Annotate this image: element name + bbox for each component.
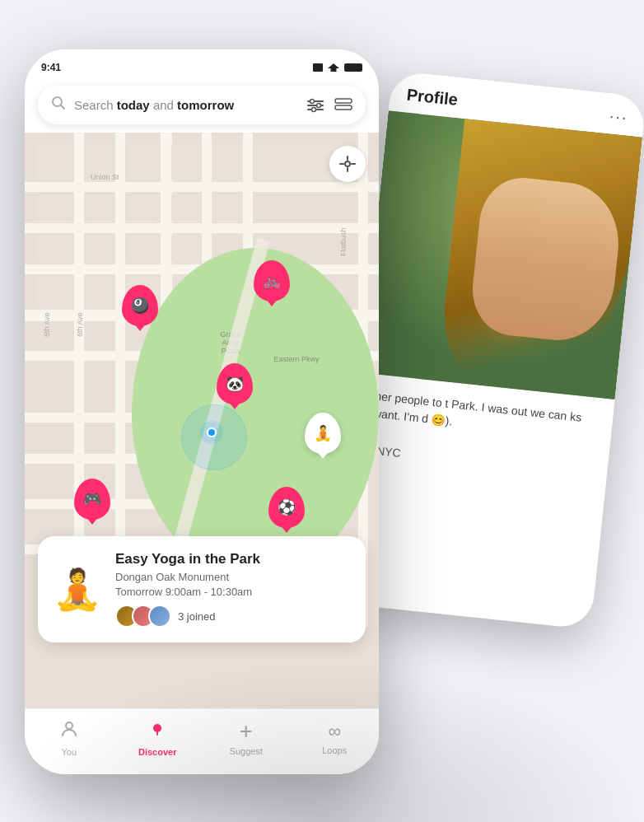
search-actions	[306, 96, 352, 114]
search-tomorrow: tomorrow	[177, 98, 234, 112]
svg-rect-32	[86, 236, 114, 263]
filter-button[interactable]	[306, 96, 324, 114]
nav-loops[interactable]: ∞ Loops	[310, 721, 359, 755]
event-time: Tomorrow 9:00am - 10:30am	[115, 586, 351, 598]
loops-icon: ∞	[328, 721, 341, 742]
search-text: Search today and tomorrow	[74, 98, 298, 112]
search-today: today	[117, 98, 150, 112]
svg-rect-27	[36, 144, 72, 180]
more-options-button[interactable]: ···	[609, 106, 629, 127]
phone-back: Profile ··· her people to t Park. I was …	[337, 71, 644, 630]
svg-rect-29	[36, 194, 72, 222]
svg-point-6	[317, 103, 321, 107]
nav-discover[interactable]: Discover	[133, 719, 182, 757]
pin-bicycle[interactable]: 🚲	[254, 260, 290, 301]
svg-rect-8	[335, 99, 352, 103]
nav-discover-label: Discover	[138, 747, 176, 757]
suggest-icon: +	[240, 720, 253, 743]
svg-rect-31	[36, 236, 72, 263]
search-bar[interactable]: Search today and tomorrow	[38, 86, 366, 124]
svg-rect-41	[171, 236, 200, 263]
pin-soccer[interactable]: ⚽	[268, 487, 305, 528]
event-card[interactable]: 🧘 Easy Yoga in the Park Dongan Oak Monum…	[38, 536, 366, 642]
svg-rect-40	[171, 194, 200, 222]
svg-rect-30	[86, 194, 114, 222]
attendee-avatars	[115, 605, 171, 628]
pin-billiard[interactable]: 🎱	[122, 285, 158, 326]
status-time: 9:41	[41, 62, 61, 73]
list-view-button[interactable]	[334, 96, 352, 114]
location-button[interactable]	[329, 146, 366, 182]
event-attendees: 3 joined	[115, 605, 351, 628]
svg-point-55	[345, 161, 350, 166]
nav-loops-label: Loops	[322, 745, 347, 755]
svg-text:Union St: Union St	[91, 173, 119, 181]
profile-title: Profile	[406, 86, 459, 110]
profile-bio-text: her people to t Park. I was out we can k…	[372, 388, 597, 446]
wifi-icon	[328, 63, 339, 72]
svg-text:6th Ave: 6th Ave	[76, 312, 84, 337]
phone-front: 9:41 Search today and tomorrow	[25, 49, 379, 774]
user-location-dot	[204, 425, 219, 440]
scene: Profile ··· her people to t Park. I was …	[0, 0, 644, 822]
svg-rect-34	[86, 277, 114, 308]
svg-rect-35	[128, 144, 159, 180]
event-emoji: 🧘	[53, 567, 102, 613]
svg-text:Eastern Pkwy: Eastern Pkwy	[273, 355, 320, 363]
nav-you[interactable]: You	[44, 719, 94, 757]
svg-rect-42	[213, 144, 241, 180]
pin-panda[interactable]: 🐼	[217, 363, 253, 404]
attendee-avatar-3	[148, 605, 171, 628]
map-area[interactable]: Grand Army Plaza Eastern Pkwy Union St 5…	[25, 133, 379, 708]
svg-rect-36	[128, 194, 159, 222]
svg-point-60	[66, 722, 72, 729]
svg-rect-43	[213, 194, 241, 222]
svg-rect-37	[128, 236, 159, 263]
event-info: Easy Yoga in the Park Dongan Oak Monumen…	[115, 551, 351, 628]
svg-point-5	[310, 99, 315, 103]
status-bar: 9:41	[25, 49, 379, 86]
svg-line-1	[61, 105, 65, 110]
signal-icon	[313, 63, 323, 72]
event-location: Dongan Oak Monument	[115, 571, 351, 583]
pin-yoga[interactable]: 🧘	[305, 413, 341, 454]
svg-text:5th Ave: 5th Ave	[43, 312, 51, 337]
status-icons	[313, 63, 362, 72]
search-icon	[51, 96, 66, 114]
event-title: Easy Yoga in the Park	[115, 551, 351, 567]
attendee-count: 3 joined	[178, 610, 216, 623]
svg-point-61	[153, 724, 161, 732]
you-icon	[59, 719, 79, 744]
pin-gamepad[interactable]: 🎮	[74, 479, 110, 520]
profile-photo	[361, 110, 642, 399]
svg-rect-9	[335, 105, 352, 110]
nav-suggest-label: Suggest	[230, 746, 263, 756]
discover-icon	[147, 719, 167, 744]
svg-rect-33	[36, 277, 72, 308]
bottom-nav: You Discover + Suggest ∞	[25, 708, 379, 774]
svg-rect-39	[171, 144, 200, 180]
nav-suggest[interactable]: + Suggest	[222, 720, 271, 756]
battery-icon	[344, 63, 362, 72]
svg-text:Flatbush: Flatbush	[339, 227, 348, 256]
nav-you-label: You	[61, 747, 77, 757]
svg-point-7	[312, 107, 316, 111]
